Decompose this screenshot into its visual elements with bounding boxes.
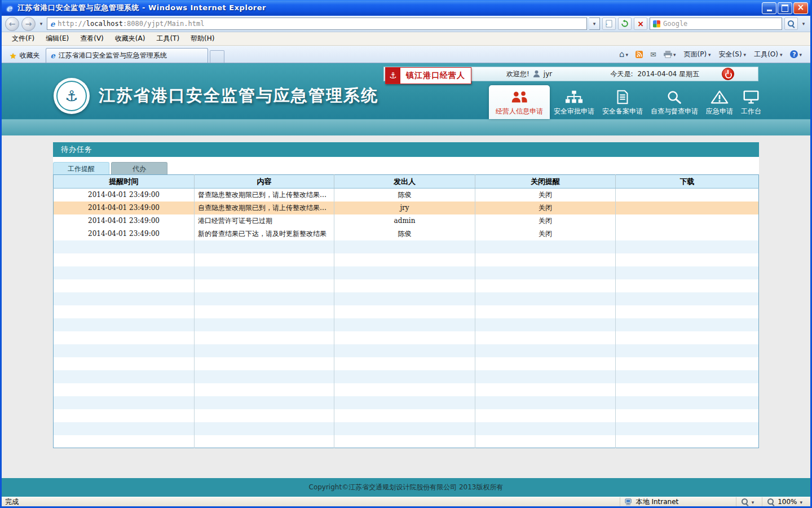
nav-label: 应急申请: [706, 107, 733, 116]
site-logo-badge: [54, 78, 90, 114]
search-input[interactable]: Google: [650, 17, 782, 30]
zoom-level-button[interactable]: 100%: [762, 497, 807, 506]
nav-safety-record[interactable]: 安全备案申请: [598, 85, 647, 119]
nav-safety-approval[interactable]: 安全审批申请: [550, 85, 598, 119]
forward-button[interactable]: [21, 17, 36, 31]
empty-row: [54, 409, 759, 422]
menu-item[interactable]: 文件(F): [6, 32, 40, 45]
close-reminder-link[interactable]: 关闭: [539, 217, 552, 225]
tab-work-reminder[interactable]: 工作提醒: [53, 162, 109, 174]
security-zone: 本地 Intranet: [620, 497, 732, 506]
role-ribbon: 镇江港口经营人: [385, 67, 471, 84]
cell-time: 2014-04-01 23:49:00: [54, 227, 195, 240]
inspect-icon: [665, 89, 683, 105]
search-icon: [787, 20, 795, 28]
zoom-level-dropdown-icon: [800, 498, 802, 506]
nav-emergency[interactable]: 应急申请: [702, 85, 737, 119]
cell-content: 新的督查结果已下达，请及时更新整改结果: [195, 227, 334, 240]
empty-row: [54, 266, 759, 279]
role-badge-label: 镇江港口经营人: [400, 71, 471, 81]
menu-item[interactable]: 帮助(H): [185, 32, 220, 45]
menu-item[interactable]: 收藏夹(A): [109, 32, 151, 45]
home-button[interactable]: [616, 47, 631, 61]
url-host: localhost: [86, 20, 123, 28]
cell-content: 督查隐患整改期限已到，请上传整改结果…: [195, 189, 334, 202]
zoom-icon: [741, 498, 749, 506]
url-scheme: http://: [58, 20, 86, 28]
search-go-button[interactable]: [784, 17, 798, 30]
copyright-text: Copyright©江苏省交通规划设计院股份有限公司 2013版权所有: [309, 483, 504, 491]
tab-title: 江苏省港口安全监管与应急管理系统: [59, 51, 167, 60]
table-body: 2014-04-01 23:49:00督查隐患整改期限已到，请上传整改结果…陈俊…: [54, 189, 759, 448]
menu-item[interactable]: 编辑(E): [40, 32, 74, 45]
cell-content: 港口经营许可证号已过期: [195, 214, 334, 227]
stop-button[interactable]: [634, 17, 647, 30]
printer-icon: [664, 51, 672, 58]
cell-time: 2014-04-01 23:49:00: [54, 214, 195, 227]
favorites-button[interactable]: 收藏夹: [4, 49, 46, 63]
command-bar: 页面(P)安全(S)工具(O): [616, 46, 808, 63]
menu-item[interactable]: 查看(V): [74, 32, 109, 45]
header-sub-band: [2, 119, 810, 135]
user-strip: 镇江港口经营人 欢迎您! jyr 今天是: 2014-04-04 星期五: [383, 67, 758, 81]
nav-workbench[interactable]: 工作台: [737, 85, 765, 119]
search-placeholder: Google: [663, 20, 687, 28]
close-reminder-link[interactable]: 关闭: [539, 230, 552, 238]
cell-time: 2014-04-01 23:49:00: [54, 202, 195, 214]
empty-row: [54, 240, 759, 253]
cell-sender: 陈俊: [334, 189, 475, 202]
rss-icon: [636, 51, 643, 58]
tab-todo[interactable]: 代办: [111, 162, 167, 174]
compatibility-view-button[interactable]: [602, 17, 616, 30]
nav-operator-info[interactable]: 经营人信息申请: [489, 85, 550, 119]
close-reminder-link[interactable]: 关闭: [539, 204, 552, 212]
empty-row: [54, 279, 759, 292]
back-button[interactable]: [5, 17, 19, 31]
refresh-button[interactable]: [618, 17, 632, 30]
empty-row: [54, 318, 759, 331]
users-icon: [510, 89, 528, 105]
menu-item[interactable]: 工具(T): [151, 32, 185, 45]
print-button[interactable]: [661, 49, 679, 60]
new-tab-stub[interactable]: [210, 50, 224, 63]
page-menu-button[interactable]: 页面(P): [680, 48, 714, 61]
minimize-button[interactable]: [762, 2, 776, 14]
safety-menu-button[interactable]: 安全(S): [716, 48, 750, 61]
page-header: 江苏省港口安全监管与应急管理系统 镇江港口经营人 欢迎您! jyr 今天是: 2…: [2, 63, 810, 119]
cell-sender: 陈俊: [334, 227, 475, 240]
maximize-button[interactable]: [778, 2, 792, 14]
logout-button[interactable]: [722, 68, 734, 80]
task-row: 2014-04-01 23:49:00港口经营许可证号已过期admin关闭: [54, 214, 759, 227]
close-button[interactable]: [793, 2, 808, 14]
url-text: http://localhost:8080/yjpt/Main.html: [58, 20, 204, 28]
favorites-star-icon: [10, 51, 17, 60]
window-title: 江苏省港口安全监管与应急管理系统 - Windows Internet Expl…: [17, 3, 266, 13]
page-body: 待办任务 工作提醒代办 提醒时间内容发出人关闭提醒下载 2014-04-01 2…: [2, 135, 810, 478]
window-titlebar: 江苏省港口安全监管与应急管理系统 - Windows Internet Expl…: [2, 0, 810, 16]
web-page: 江苏省港口安全监管与应急管理系统 镇江港口经营人 欢迎您! jyr 今天是: 2…: [2, 63, 810, 497]
zoom-icon: [767, 498, 775, 506]
help-button[interactable]: [787, 49, 805, 60]
mail-icon: [650, 50, 656, 59]
feeds-button[interactable]: [633, 49, 646, 60]
url-dropdown-button[interactable]: [589, 17, 600, 30]
favorites-bar: 收藏夹 江苏省港口安全监管与应急管理系统 页面(P)安全(S)工具(O): [2, 46, 810, 63]
help-dropdown-icon: [799, 50, 802, 58]
today-value: 2014-04-04 星期五: [637, 69, 699, 79]
empty-row: [54, 253, 759, 266]
zoom-menu-button[interactable]: [736, 497, 759, 506]
nav-self-supervision-check[interactable]: 自查与督查申请: [647, 85, 702, 119]
read-mail-button[interactable]: [647, 49, 659, 60]
empty-row: [54, 422, 759, 435]
window-controls: [762, 2, 808, 14]
search-options-dropdown-icon[interactable]: [800, 17, 807, 30]
empty-row: [54, 344, 759, 357]
history-dropdown-icon[interactable]: [38, 17, 45, 30]
tools-menu-button[interactable]: 工具(O): [751, 48, 785, 61]
column-header: 内容: [195, 175, 334, 189]
today-label: 今天是:: [610, 69, 633, 79]
url-input[interactable]: http://localhost:8080/yjpt/Main.html: [47, 17, 587, 30]
browser-tab[interactable]: 江苏省港口安全监管与应急管理系统: [46, 48, 208, 63]
nav-label: 安全审批申请: [554, 107, 594, 116]
close-reminder-link[interactable]: 关闭: [539, 191, 552, 199]
